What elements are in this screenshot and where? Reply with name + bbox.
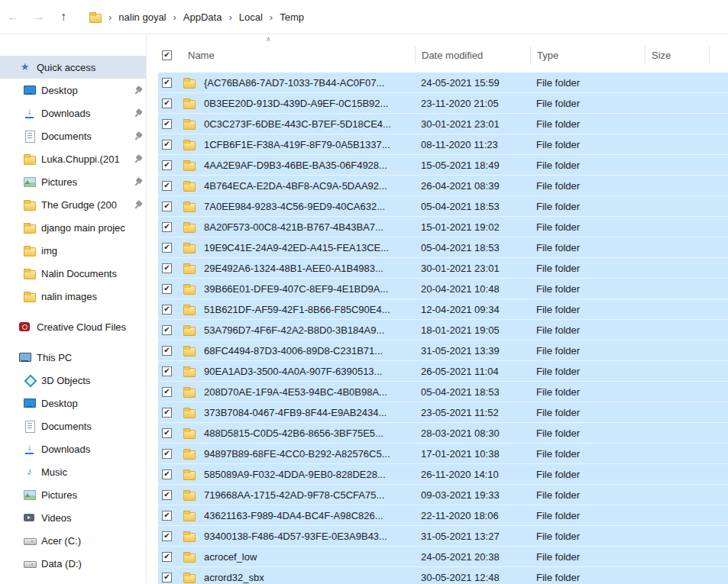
file-name: 51B621DF-AF59-42F1-8B66-F85C90E4... (199, 304, 415, 315)
sidebar-item[interactable]: Nalin Documents (0, 262, 146, 285)
breadcrumb-segment-temp[interactable]: Temp (280, 11, 304, 23)
file-row[interactable]: 90EA1AD3-3500-4A0A-907F-6390513... 26-05… (158, 361, 728, 382)
row-checkbox[interactable] (162, 428, 172, 438)
file-row[interactable]: 29E492A6-1324-48B1-AEE0-A1B4983... 30-01… (158, 258, 728, 279)
row-checkbox[interactable] (162, 181, 172, 191)
row-checkbox[interactable] (162, 325, 172, 335)
sidebar-item[interactable]: 3D Objects (0, 369, 146, 392)
row-checkbox[interactable] (162, 408, 172, 418)
forward-arrow-icon[interactable]: → (26, 10, 52, 24)
row-checkbox[interactable] (162, 552, 172, 562)
row-checkbox[interactable] (162, 305, 172, 315)
back-arrow-icon[interactable]: ← (0, 10, 26, 24)
file-row[interactable]: {AC76BA86-7AD7-1033-7B44-AC0F07... 24-05… (158, 73, 728, 93)
sidebar-item[interactable]: Desktop (0, 79, 146, 102)
file-date-modified: 28-03-2021 08:30 (415, 428, 530, 439)
sidebar-item[interactable]: Pictures (0, 483, 146, 506)
file-type: File folder (530, 77, 645, 89)
row-checkbox[interactable] (162, 346, 172, 356)
row-checkbox[interactable] (162, 366, 172, 376)
sidebar-item[interactable]: Videos (0, 506, 146, 529)
folder-icon (183, 282, 196, 295)
file-date-modified: 31-05-2021 13:39 (415, 345, 530, 357)
file-name: 43621163-F989-4DA4-BC4F-A98C826... (199, 510, 415, 521)
column-header-date-modified[interactable]: Date modified (415, 47, 530, 63)
file-row[interactable]: 208D70AE-1F9A-4E53-94BC-4B0B98A... 05-04… (158, 382, 728, 402)
sidebar-item-quick-access[interactable]: Quick access (0, 56, 146, 79)
file-type: File folder (530, 366, 645, 377)
breadcrumb-segment-local[interactable]: Local (239, 11, 263, 23)
file-row[interactable]: acrord32_sbx 30-05-2021 12:48 File folde… (158, 567, 728, 584)
file-row[interactable]: 719668AA-1715-42AD-9F78-C5CFA75... 09-03… (158, 485, 728, 505)
folder-icon (183, 303, 196, 315)
file-row[interactable]: 68FC4494-87D3-4006-89D8-C231B71... 31-05… (158, 340, 728, 361)
file-row[interactable]: 1CFB6F1E-F38A-419F-8F79-0A5B1337... 08-1… (158, 134, 728, 155)
file-row[interactable]: 43621163-F989-4DA4-BC4F-A98C826... 22-11… (158, 505, 728, 526)
row-checkbox[interactable] (162, 78, 172, 88)
row-checkbox[interactable] (162, 490, 172, 500)
sidebar-item-label: Acer (C:) (41, 535, 146, 547)
file-row[interactable]: 585089A9-F032-4DDA-9EB0-828DE28... 26-11… (158, 464, 728, 485)
up-arrow-icon[interactable]: ↑ (52, 10, 75, 24)
row-checkbox[interactable] (162, 263, 172, 273)
file-name: 29E492A6-1324-48B1-AEE0-A1B4983... (199, 263, 415, 274)
row-checkbox[interactable] (162, 202, 172, 211)
sort-ascending-icon[interactable]: ∧ (266, 36, 271, 43)
file-row[interactable]: 94897B89-68FE-4CC0-B292-A82576C5... 17-0… (158, 444, 728, 464)
file-date-modified: 23-11-2020 21:05 (415, 98, 530, 109)
file-row[interactable]: 0C3C273F-6DBE-443C-B7EF-5D18CE4... 30-01… (158, 114, 728, 134)
row-checkbox[interactable] (162, 449, 172, 459)
folder-icon (183, 200, 196, 212)
sidebar-item[interactable]: Documents (0, 415, 146, 437)
sidebar-item-label: nalin images (41, 291, 146, 302)
file-row[interactable]: 53A796D7-4F6F-42A2-B8D0-3B184A9... 18-01… (158, 320, 728, 340)
file-row[interactable]: 8A20F573-00C8-421B-B767-4B43BA7... 15-01… (158, 217, 728, 237)
file-row[interactable]: 0B3EE20D-913D-439D-A9EF-0C15B92... 23-11… (158, 93, 728, 114)
row-checkbox[interactable] (162, 98, 172, 108)
row-checkbox[interactable] (162, 469, 172, 479)
column-header-type[interactable]: Type (530, 47, 645, 63)
sidebar-item[interactable]: Downloads (0, 102, 146, 124)
sidebar-item[interactable]: nalin images (0, 285, 146, 308)
sidebar-item-this-pc[interactable]: This PC (0, 346, 146, 369)
sidebar-item[interactable]: img (0, 239, 146, 262)
file-row[interactable]: acrocef_low 24-05-2021 20:38 File folder (158, 547, 728, 567)
breadcrumb-segment-user[interactable]: nalin goyal (118, 11, 166, 23)
sidebar-item-creative-cloud-files[interactable]: Creative Cloud Files (0, 315, 146, 338)
row-checkbox[interactable] (162, 511, 172, 521)
row-checkbox[interactable] (162, 573, 172, 582)
file-row[interactable]: 7A0EE984-9283-4C56-9ED9-40CA632... 05-04… (158, 196, 728, 217)
sidebar-item[interactable]: Downloads (0, 437, 146, 460)
row-checkbox[interactable] (162, 284, 172, 294)
sidebar-item[interactable]: Documents (0, 124, 146, 147)
file-name: acrord32_sbx (199, 572, 415, 583)
sidebar-item[interactable]: Luka.Chuppi.(201 (0, 147, 146, 170)
row-checkbox[interactable] (162, 387, 172, 397)
sidebar-item[interactable]: Desktop (0, 392, 146, 415)
column-header-size[interactable]: Size (645, 47, 710, 63)
sidebar-item[interactable]: django main projec (0, 216, 146, 239)
row-checkbox[interactable] (162, 160, 172, 170)
file-row[interactable]: 19E9C41E-24A9-42ED-A415-FEA13CE... 05-04… (158, 237, 728, 258)
row-checkbox[interactable] (162, 222, 172, 232)
column-header-name[interactable]: Name (181, 44, 415, 66)
row-checkbox[interactable] (162, 243, 172, 253)
select-all-checkbox[interactable] (162, 50, 172, 60)
breadcrumb-segment-appdata[interactable]: AppData (183, 11, 222, 23)
file-row[interactable]: 39B66E01-DFE9-407C-8EF9-4E1BD9A... 20-04… (158, 279, 728, 299)
sidebar-item[interactable]: Pictures (0, 170, 146, 193)
sidebar-item-label: django main projec (41, 222, 146, 234)
row-checkbox[interactable] (162, 119, 172, 129)
file-row[interactable]: 4B764ECA-E2DA-4BF8-AC9A-5DAA92... 26-04-… (158, 176, 728, 196)
sidebar-item[interactable]: The Grudge (200 (0, 193, 146, 216)
file-row[interactable]: 93400138-F486-4D57-93FE-0E3A9B43... 31-0… (158, 526, 728, 547)
row-checkbox[interactable] (162, 140, 172, 150)
sidebar-item[interactable]: Acer (C:) (0, 529, 146, 552)
row-checkbox[interactable] (162, 531, 172, 541)
sidebar-item[interactable]: Data (D:) (0, 552, 146, 575)
sidebar-item[interactable]: Music (0, 460, 146, 483)
file-row[interactable]: 488D5815-C0D5-42B6-8656-3BF75E5... 28-03… (158, 423, 728, 444)
file-row[interactable]: 373B7084-0467-4FB9-8F44-E9AB2434... 23-0… (158, 402, 728, 423)
file-row[interactable]: 4AA2E9AF-D9B3-46BE-BA35-06F4928... 15-05… (158, 155, 728, 176)
file-row[interactable]: 51B621DF-AF59-42F1-8B66-F85C90E4... 12-0… (158, 299, 728, 320)
